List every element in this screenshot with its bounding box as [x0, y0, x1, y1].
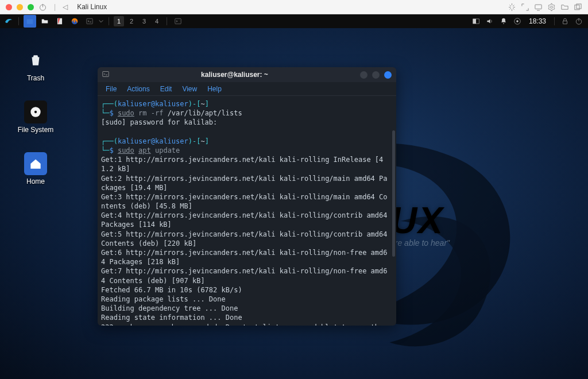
- sudo-password-prompt: [sudo] password for kalilab:: [101, 118, 390, 127]
- wallpaper-linux-text: UX: [390, 199, 444, 242]
- terminal-menubar: File Actions Edit View Help: [98, 82, 396, 96]
- notification-bell-icon[interactable]: [498, 17, 509, 25]
- separator: |: [54, 3, 56, 11]
- terminal-title: kaliuser@kaliuser: ~: [114, 71, 355, 79]
- svg-rect-13: [575, 5, 579, 9]
- session-power-icon[interactable]: [573, 17, 585, 25]
- folder-icon[interactable]: [560, 3, 569, 11]
- host-title: Kali Linux: [77, 3, 107, 11]
- desktop-icon-label: File System: [18, 126, 54, 134]
- desktop-icon-filesystem[interactable]: File System: [13, 100, 59, 134]
- workspace-2[interactable]: 2: [126, 16, 137, 26]
- svg-rect-21: [473, 19, 476, 24]
- host-titlebar: | ◁ Kali Linux: [0, 0, 588, 14]
- desktop-icon-trash[interactable]: Trash: [13, 49, 59, 82]
- launcher-folder[interactable]: [38, 15, 51, 28]
- svg-rect-29: [103, 71, 109, 76]
- launcher-files[interactable]: [24, 15, 36, 28]
- kali-menu-button[interactable]: [3, 16, 14, 26]
- desktop-icon-home[interactable]: Home: [13, 152, 59, 185]
- svg-rect-18: [87, 18, 93, 24]
- host-close-button[interactable]: [6, 4, 12, 10]
- panel-clock[interactable]: 18:33: [529, 17, 546, 25]
- menu-actions[interactable]: Actions: [127, 85, 149, 93]
- svg-rect-24: [563, 21, 567, 24]
- desktop-icon-label: Home: [26, 177, 45, 185]
- terminal-window[interactable]: kaliuser@kaliuser: ~ File Actions Edit V…: [98, 67, 396, 326]
- terminal-titlebar[interactable]: kaliuser@kaliuser: ~: [98, 67, 396, 82]
- launcher-text-editor[interactable]: [53, 15, 66, 28]
- display-icon[interactable]: [534, 3, 543, 11]
- terminal-minimize-button[interactable]: [360, 71, 368, 79]
- kali-desktop[interactable]: UX are able to hear" 1 2 3 4 18:33 Trash: [0, 14, 588, 379]
- svg-point-28: [34, 111, 37, 113]
- host-zoom-button[interactable]: [28, 4, 34, 10]
- svg-line-7: [513, 8, 514, 9]
- taskbar-terminal-button[interactable]: [172, 15, 184, 28]
- svg-rect-15: [27, 20, 33, 24]
- power-menu-icon[interactable]: [512, 17, 523, 25]
- menu-edit[interactable]: Edit: [160, 85, 172, 93]
- launcher-dropdown-icon[interactable]: [98, 15, 104, 28]
- windows-icon[interactable]: [574, 3, 582, 11]
- terminal-close-button[interactable]: [384, 71, 392, 79]
- lock-icon[interactable]: [559, 17, 571, 25]
- terminal-maximize-button[interactable]: [372, 71, 380, 79]
- host-minimize-button[interactable]: [17, 4, 23, 10]
- terminal-app-icon: [102, 71, 109, 79]
- spinner-icon: [508, 3, 516, 11]
- svg-line-6: [510, 5, 511, 6]
- gear-icon[interactable]: [547, 3, 556, 11]
- svg-line-9: [513, 5, 514, 6]
- svg-rect-10: [535, 5, 541, 9]
- volume-icon[interactable]: [484, 17, 496, 25]
- back-icon[interactable]: ◁: [63, 3, 68, 11]
- menu-help[interactable]: Help: [207, 85, 222, 93]
- terminal-scrollbar-thumb[interactable]: [392, 130, 395, 257]
- apt-output-lines: Get:1 http://mirrors.jevincanders.net/ka…: [101, 155, 390, 326]
- launcher-firefox[interactable]: [68, 15, 81, 28]
- launcher-terminal[interactable]: [83, 15, 96, 28]
- svg-point-23: [516, 20, 519, 22]
- xfce-panel: 1 2 3 4 18:33: [0, 14, 588, 28]
- svg-line-8: [510, 8, 511, 9]
- wallpaper-quote: are able to hear": [390, 238, 450, 247]
- expand-icon[interactable]: [521, 3, 529, 11]
- svg-point-12: [551, 6, 553, 8]
- terminal-output[interactable]: ┌──(kaliuser@kaliuser)-[~] └─$ sudo rm -…: [98, 96, 396, 326]
- workspace-1[interactable]: 1: [114, 16, 124, 26]
- menu-view[interactable]: View: [182, 85, 197, 93]
- power-icon[interactable]: [38, 3, 47, 11]
- desktop-icon-label: Trash: [27, 74, 44, 82]
- workspace-3[interactable]: 3: [139, 16, 149, 26]
- workspace-4[interactable]: 4: [152, 16, 162, 26]
- svg-rect-14: [577, 3, 581, 8]
- tray-workspace-icon[interactable]: [470, 17, 482, 25]
- menu-file[interactable]: File: [106, 85, 117, 93]
- svg-rect-19: [175, 18, 181, 24]
